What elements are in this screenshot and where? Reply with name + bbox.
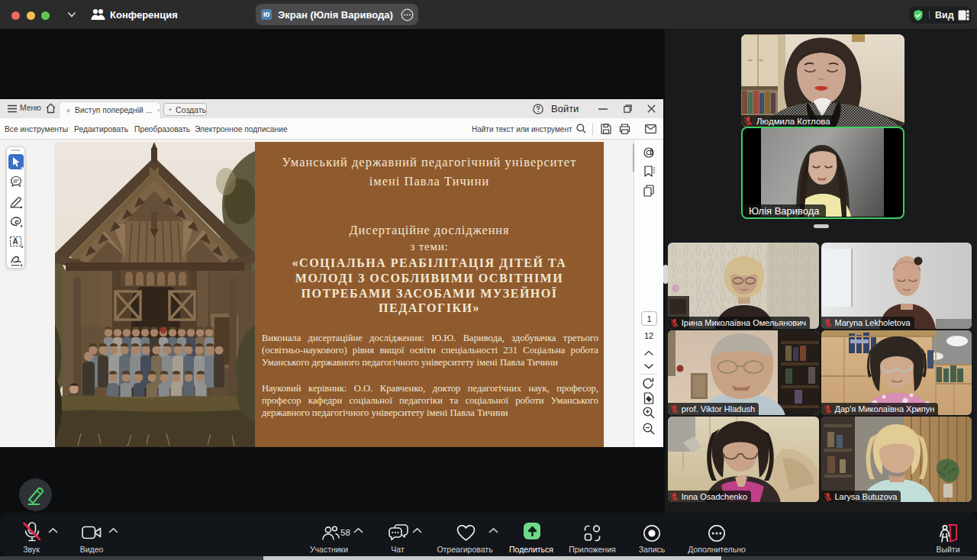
svg-text:A: A — [13, 237, 18, 246]
